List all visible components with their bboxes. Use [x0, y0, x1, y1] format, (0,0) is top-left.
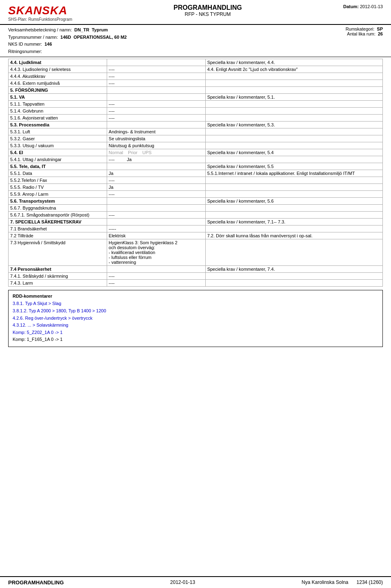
- row-label-5.3.2: 5.3.2. Gaser: [9, 135, 107, 142]
- row-label-5.1.1: 5.1.1. Tappvatten: [9, 101, 107, 108]
- row-spec-5.5.9: [205, 191, 382, 198]
- ritning-row: Ritningsnummer:: [8, 48, 196, 55]
- typrumsn-label: Typrumsnummer / namn:: [8, 34, 58, 41]
- row-spec-4.4.6: [205, 80, 382, 87]
- row-value-5.3.2: Se utrustningslista: [107, 135, 205, 142]
- row-spec-7.2: 7.2. Dörr skall kunna låsas från manöver…: [205, 232, 382, 239]
- rdd-line-1: 3.8.1.2. Typ A 2000 > 1800, Typ B 1400 >…: [13, 307, 378, 315]
- rdd-line-3: 4.3.12. ... > Solavskärmning: [13, 322, 378, 329]
- footer-right2: 1234 (1260): [356, 579, 383, 586]
- row-value-4.4.4: ----: [107, 73, 205, 80]
- typrumsn-row: Typrumsnummer / namn: 146D OPERATIONSSAL…: [8, 34, 196, 41]
- row-value-4.4: [107, 59, 205, 66]
- nks-value: 146: [44, 41, 52, 48]
- row-value-5.1.4: ----: [107, 108, 205, 115]
- row-value-7.4: [107, 266, 205, 273]
- row-value-5.5: [107, 163, 205, 170]
- row-label-5.1: 5.1. VA: [9, 94, 107, 101]
- header-center: PROGRAMHANDLING RFP - NKS TYPRUM: [174, 4, 242, 17]
- rumskategori-label: Rumskategori:: [345, 27, 374, 31]
- row-value-7.4.3: ----: [107, 280, 205, 287]
- row-spec-5.5.2: [205, 177, 382, 184]
- header-right: Datum: 2012-01-13: [343, 4, 383, 9]
- doc-table: 4.4. LjudklimatSpeciella krav / kommenta…: [8, 59, 383, 287]
- row-value-4.4.6: ----: [107, 80, 205, 87]
- row-label-5.3.3: 5.3.3. Utsug / vakuum: [9, 142, 107, 149]
- row-spec-7.4.1: [205, 273, 382, 280]
- typrumsn-value: 146D: [60, 34, 71, 41]
- row-label-5.6.7.1: 5.6.7.1. Smågodsatransportör (Rörpost): [9, 212, 107, 219]
- rumskategori-value: SP: [377, 27, 383, 31]
- row-label-5.1.6: 5.1.6. Avjoniserat vatten: [9, 115, 107, 122]
- row-spec-7.1: [205, 225, 382, 232]
- footer-right: Nya Karolinska Solna 1234 (1260): [302, 579, 383, 586]
- row-spec-5.3: Speciella krav / kommentarer, 5.3.: [205, 122, 382, 128]
- row-label-5.4: 5.4. El: [9, 149, 107, 156]
- row-value-5.5.5: Ja: [107, 184, 205, 191]
- row-spec-5.5.1: 5.5.1.Internet / intranet / lokala appli…: [205, 170, 382, 177]
- skanska-logo: SKANSKA: [8, 4, 72, 17]
- row-label-5.5.2: 5.5.2.Telefon / Fax: [9, 177, 107, 184]
- row-value-5.5.1: Ja: [107, 170, 205, 177]
- row-spec-4.4: Speciella krav / kommentarer, 4.4.: [205, 59, 382, 66]
- row-spec-5.1.6: [205, 115, 382, 122]
- row-spec-5.1.1: [205, 101, 382, 108]
- page-header: SKANSKA SHS-Plan: RumsFunktionsProgram P…: [0, 0, 391, 25]
- row-spec-5.6: Speciella krav / kommentarer, 5.6: [205, 198, 382, 205]
- program-title: PROGRAMHANDLING: [174, 4, 242, 11]
- row-label-5.6: 5.6. Transportsystem: [9, 198, 107, 205]
- row-label-5.1.4: 5.1.4. Golvbrunn: [9, 108, 107, 115]
- logo-area: SKANSKA SHS-Plan: RumsFunktionsProgram: [8, 4, 72, 22]
- shs-plan-label: SHS-Plan: RumsFunktionsProgram: [8, 17, 72, 22]
- nks-row: NKS ID nummer: 146: [8, 41, 196, 48]
- row-label-7.4.3: 7.4.3. Larm: [9, 280, 107, 287]
- rdd-line-5: Komp: 1_F165_1A 0 -> 1: [13, 336, 378, 343]
- row-label-5.4.1: 5.4.1. Uttag / anslutningar: [9, 156, 107, 163]
- rdd-line-0: 3.8.1. Typ A Skjut > Slag: [13, 300, 378, 307]
- row-label-7.1: 7.1 Brandsäkerhet: [9, 225, 107, 232]
- info-rows: Verksamhetsbeteckning / namn: DN_TR Typr…: [0, 25, 391, 57]
- row-value-7.4.1: ----: [107, 273, 205, 280]
- rumskategori-row: Rumskategori: SP: [196, 27, 383, 31]
- row-label-5.6.7: 5.6.7. Byggnadsknutna: [9, 205, 107, 212]
- row-spec-5.1: Speciella krav / kommentarer, 5.1.: [205, 94, 382, 101]
- row-spec-5.5: Speciella krav / kommentarer, 5.5: [205, 163, 382, 170]
- antal-value: 26: [378, 31, 383, 36]
- row-value-5.6.7.1: ----: [107, 212, 205, 219]
- row-value-5.4.1: ----Ja: [107, 156, 205, 163]
- row-label-7.2: 7.2 Tillträde: [9, 232, 107, 239]
- info-left: Verksamhetsbeteckning / namn: DN_TR Typr…: [8, 27, 196, 55]
- row-value-5.6: [107, 198, 205, 205]
- row-label-5.5.1: 5.5.1. Data: [9, 170, 107, 177]
- row-spec-5.5.5: [205, 184, 382, 191]
- row-spec-5.3.1: [205, 128, 382, 135]
- row-spec-7.4.3: [205, 280, 382, 287]
- row-label-5.5.5: 5.5.5. Radio / TV: [9, 184, 107, 191]
- row-label-5.5: 5.5. Tele, data, IT: [9, 163, 107, 170]
- row-value-5.3.1: Andnings- & Instrument: [107, 128, 205, 135]
- row-spec-4.4.4: [205, 73, 382, 80]
- row-label-4.4: 4.4. Ljudklimat: [9, 59, 107, 66]
- row-spec-4.4.3: 4.4. Enligt Avsnitt 2c "Ljud och vibrati…: [205, 66, 382, 73]
- row-label-7.4: 7.4 Personsäkerhet: [9, 266, 107, 273]
- row-label-4.4.6: 4.4.6. Extern rumljudnivå: [9, 80, 107, 87]
- row-value-5.1.6: ----: [107, 115, 205, 122]
- row-label-5.3.1: 5.3.1. Luft: [9, 128, 107, 135]
- rdd-section: RDD-kommentarer 3.8.1. Typ A Skjut > Sla…: [8, 290, 383, 347]
- row-label-4.4.4: 4.4.4. Akustikkrav: [9, 73, 107, 80]
- nks-label: NKS ID nummer:: [8, 41, 42, 48]
- rdd-line-4: Komp: 5_Z202_1A 0 -> 1: [13, 329, 378, 336]
- row-value-7.3: HygienKlass 3: Som hygienklass 2 och des…: [107, 239, 205, 266]
- antal-row: Antal lika rum: 26: [196, 31, 383, 36]
- row-value-7.1: -----: [107, 225, 205, 232]
- ritning-label: Ritningsnummer:: [8, 48, 42, 55]
- row-spec-7: Speciella krav / kommentarer, 7.1-- 7.3.: [205, 219, 382, 225]
- rdd-title: RDD-kommentarer: [13, 294, 378, 298]
- row-spec-5.6.7: [205, 205, 382, 212]
- row-value-7.2: Elektrisk: [107, 232, 205, 239]
- row-spec-5.4.1: [205, 156, 382, 163]
- footer-left: PROGRAMHANDLING: [8, 579, 64, 586]
- row-value-5.3.3: Närutsug & punktutsug: [107, 142, 205, 149]
- rdd-line-2: 4.2.6. Reg över-/undertryck > övertrycck: [13, 315, 378, 322]
- row-spec-5.6.7.1: [205, 212, 382, 219]
